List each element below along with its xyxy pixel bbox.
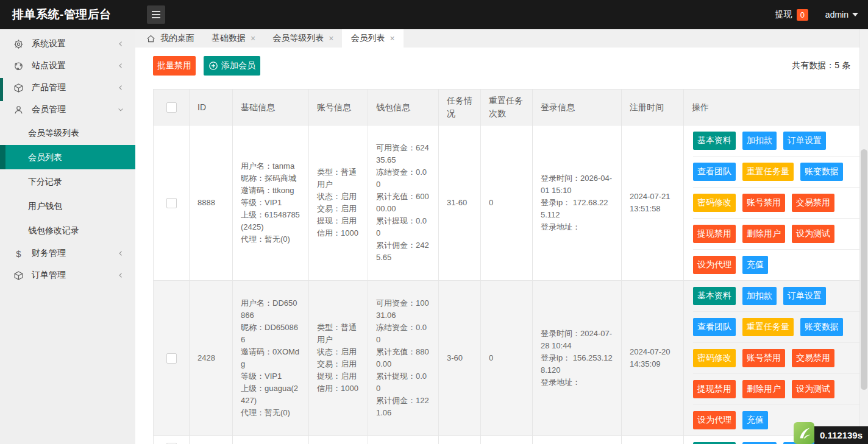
row-checkbox[interactable] [166,353,177,364]
order-settings-button[interactable]: 订单设置 [783,287,826,305]
sidebar-subitem-label: 钱包修改记录 [28,225,79,235]
trace-footer: 0.112139s [794,422,868,444]
reset-task-quota-button[interactable]: 重置任务量 [742,318,794,336]
account-change-data-button[interactable]: 账变数据 [800,318,843,336]
batch-disable-button[interactable]: 批量禁用 [153,56,196,76]
members-table: ID基础信息账号信息钱包信息任务情况重置任务次数登录信息注册时间操作 8888用… [153,89,860,444]
info-line: 登录时间：2024-07-28 10:44 [541,328,613,352]
view-team-button[interactable]: 查看团队 [693,318,736,336]
account-info-cell [309,436,368,444]
sidebar-subitem-label: 用户钱包 [28,201,62,211]
info-line: 类型：普通用户 [317,322,360,346]
add-deduct-button[interactable]: 加扣款 [742,132,777,150]
info-line: 昵称：DD650866 [241,322,301,346]
info-line: 等级：VIP1 [241,197,301,209]
chevron-left-icon [117,84,124,91]
info-line: 用户名：tanma [241,160,301,172]
select-all-cell [154,90,190,125]
set-as-test-button[interactable]: 设为测试 [792,380,834,398]
plus-circle-icon [208,61,218,71]
close-tab-icon[interactable]: × [251,34,255,43]
set-as-test-button[interactable]: 设为测试 [792,225,834,243]
tab-member-level-list[interactable]: 会员等级列表× [264,29,342,48]
account-change-data-button[interactable]: 账变数据 [800,163,843,181]
main-area: 我的桌面基础数据×会员等级列表×会员列表× 批量禁用 添加会员 共有数据：5 条 [135,29,868,444]
change-password-button[interactable]: 密码修改 [693,194,736,212]
tab-desktop[interactable]: 我的桌面 [138,29,203,48]
action-button-row: 密码修改账号禁用交易禁用 [693,188,859,219]
close-tab-icon[interactable]: × [329,34,333,43]
basic-info-cell [233,436,309,444]
reset-task-quota-button[interactable]: 重置任务量 [742,163,794,181]
sidebar-item-system-settings[interactable]: 系统设置 [0,33,135,55]
sidebar-item-user-wallet[interactable]: 用户钱包 [0,194,135,218]
tab-basic-data[interactable]: 基础数据× [203,29,264,48]
menu-toggle-button[interactable] [147,5,165,24]
sidebar-item-finance-management[interactable]: $财务管理 [0,242,135,264]
actions-cell: 基本资料加扣款订单设置查看团队重置任务量账变数据密码修改账号禁用交易禁用提现禁用… [684,125,860,281]
view-team-button[interactable]: 查看团队 [693,163,736,181]
column-header: 登录信息 [533,90,622,125]
disable-withdraw-button[interactable]: 提现禁用 [693,380,736,398]
sidebar-item-member-level-list[interactable]: 会员等级列表 [0,121,135,145]
user-menu[interactable]: admin [825,10,858,19]
set-as-agent-button[interactable]: 设为代理 [693,411,736,429]
sidebar-item-product-management[interactable]: 产品管理 [0,77,135,99]
table-header-row: ID基础信息账号信息钱包信息任务情况重置任务次数登录信息注册时间操作 [154,90,860,125]
tab-member-list[interactable]: 会员列表× [342,29,403,48]
info-line: 登录时间：2026-04-01 15:10 [541,172,613,197]
disable-withdraw-button[interactable]: 提现禁用 [693,225,736,243]
recharge-button[interactable]: 充值 [742,411,768,429]
sidebar-item-member-list[interactable]: 会员列表 [0,145,135,169]
sidebar-item-wallet-change-records[interactable]: 钱包修改记录 [0,218,135,242]
change-password-button[interactable]: 密码修改 [693,349,736,367]
trace-logo-icon[interactable] [794,422,814,444]
action-button-row: 提现禁用删除用户设为测试 [693,219,859,250]
action-button-row: 提现禁用删除用户设为测试 [693,374,859,405]
login-info-cell: 登录时间：2024-07-28 10:44登录ip： 156.253.128.1… [533,281,622,436]
info-line: 信用：1000 [317,227,360,239]
withdraw-link[interactable]: 提现 0 [775,9,808,21]
app-title: 排单系统-管理后台 [12,7,112,23]
chevron-left-icon [117,62,124,69]
login-info-cell [533,436,622,444]
scrollbar-thumb[interactable] [861,149,867,390]
set-as-agent-button[interactable]: 设为代理 [693,256,736,274]
sidebar-item-label: 会员管理 [32,104,66,115]
info-line: 登录地址： [541,221,613,233]
page-body: 系统设置站点设置产品管理会员管理会员等级列表会员列表下分记录用户钱包钱包修改记录… [0,29,868,444]
basic-profile-button[interactable]: 基本资料 [693,132,736,150]
info-line: 累计提现：0.00 [376,370,430,395]
gear-icon [13,39,24,49]
sidebar-scrollbar-thumb[interactable] [0,78,3,101]
table-row: 2428用户名：DD650866昵称：DD650866邀请码：0XOMdg等级：… [154,281,860,436]
disable-account-button[interactable]: 账号禁用 [742,349,785,367]
recharge-button[interactable]: 充值 [742,256,768,274]
cube-icon [13,83,24,93]
disable-account-button[interactable]: 账号禁用 [742,194,785,212]
delete-user-button[interactable]: 删除用户 [742,380,785,398]
sidebar-item-order-management[interactable]: 订单管理 [0,264,135,286]
add-member-button[interactable]: 添加会员 [204,56,260,76]
task-status-cell: 3-60 [439,281,481,436]
sidebar-subitem-label: 会员列表 [28,152,62,162]
basic-profile-button[interactable]: 基本资料 [693,287,736,305]
info-line: 信用：1000 [317,382,360,395]
disable-trade-button[interactable]: 交易禁用 [792,194,834,212]
tab-bar: 我的桌面基础数据×会员等级列表×会员列表× [135,29,868,48]
caret-down-icon [852,13,858,16]
withdraw-badge: 0 [797,9,808,21]
add-deduct-button[interactable]: 加扣款 [742,287,777,305]
sidebar-item-downscore-records[interactable]: 下分记录 [0,169,135,194]
order-settings-button[interactable]: 订单设置 [783,132,826,150]
sidebar-item-member-management[interactable]: 会员管理 [0,99,135,121]
delete-user-button[interactable]: 删除用户 [742,225,785,243]
row-checkbox[interactable] [166,198,177,208]
sidebar-item-site-settings[interactable]: 站点设置 [0,55,135,77]
close-tab-icon[interactable]: × [390,34,394,43]
info-line: 累计充值：60000.00 [376,191,430,215]
disable-trade-button[interactable]: 交易禁用 [792,349,834,367]
select-all-checkbox[interactable] [166,102,177,113]
top-header: 排单系统-管理后台 提现 0 admin [0,0,868,29]
column-header: 基础信息 [233,90,309,125]
